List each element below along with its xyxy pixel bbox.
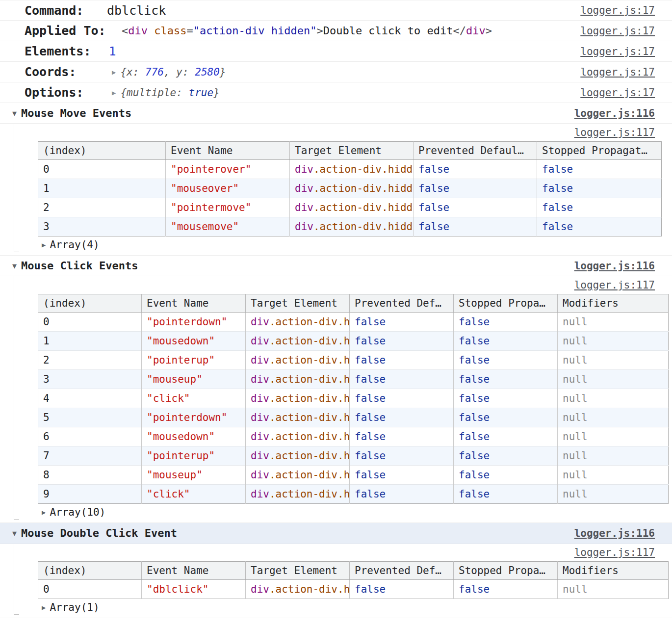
syntax-token-prop: { xyxy=(120,87,127,99)
collapse-triangle-icon[interactable]: ▼ xyxy=(12,529,17,538)
source-link[interactable]: logger.js:17 xyxy=(580,4,655,16)
syntax-token-num: 776 xyxy=(145,66,164,78)
table-row: 2"pointermove"div.action-div.hiddenfalse… xyxy=(38,198,662,217)
column-header-index[interactable]: (index) xyxy=(38,294,142,313)
log-row-coords: Coords: ▶ {x: 776, y: 2580} logger.js:17 xyxy=(0,62,672,82)
cell-stopped: false xyxy=(537,217,662,236)
syntax-token: null xyxy=(563,583,588,595)
source-link[interactable]: logger.js:117 xyxy=(574,279,655,291)
cell-prevented: false xyxy=(350,466,454,485)
expand-triangle-icon[interactable]: ▶ xyxy=(42,508,46,516)
cell-target: div.action-div.hidden xyxy=(290,179,414,198)
syntax-token: false xyxy=(542,183,573,194)
syntax-token: null xyxy=(563,488,588,500)
column-header-prevented[interactable]: Prevented Def… xyxy=(350,562,454,580)
cell-target: div.action-div.hidden xyxy=(246,408,350,427)
column-header-stopped[interactable]: Stopped Propa… xyxy=(454,562,558,580)
cell-target: div.action-div.hidden xyxy=(246,351,350,370)
source-link[interactable]: logger.js:17 xyxy=(580,66,655,78)
cell-index: 3 xyxy=(38,370,142,389)
source-link[interactable]: logger.js:116 xyxy=(574,107,655,119)
expand-triangle-icon[interactable]: ▶ xyxy=(42,241,46,249)
cell-index: 9 xyxy=(38,485,142,504)
column-header-prevented[interactable]: Prevented Defaul… xyxy=(414,142,537,160)
expand-triangle-icon[interactable]: ▶ xyxy=(112,89,116,97)
source-link[interactable]: logger.js:17 xyxy=(580,46,655,57)
group-header[interactable]: ▼ Mouse Click Events logger.js:116 xyxy=(0,256,672,276)
column-header-event[interactable]: Event Name xyxy=(166,142,290,160)
column-header-event[interactable]: Event Name xyxy=(142,562,246,580)
column-header-prevented[interactable]: Prevented Def… xyxy=(350,294,454,313)
array-preview[interactable]: ▶ Array(10) xyxy=(42,504,672,521)
source-link[interactable]: logger.js:116 xyxy=(574,260,655,272)
column-header-modifiers[interactable]: Modifiers xyxy=(558,562,669,580)
cell-index: 2 xyxy=(38,351,142,370)
cell-target: div.action-div.hidden xyxy=(246,427,350,446)
syntax-token: 2 xyxy=(43,202,50,213)
source-link[interactable]: logger.js:17 xyxy=(580,25,655,37)
group-header[interactable]: ▼ Mouse Double Click Event logger.js:116 xyxy=(0,523,672,544)
cell-index: 8 xyxy=(38,466,142,485)
syntax-token: div xyxy=(295,163,313,175)
syntax-token: false xyxy=(355,354,386,366)
syntax-token: 1 xyxy=(43,335,50,347)
column-header-stopped[interactable]: Stopped Propa… xyxy=(454,294,558,313)
column-header-target[interactable]: Target Element xyxy=(246,562,350,580)
column-header-event[interactable]: Event Name xyxy=(142,294,246,313)
syntax-token: .action-div.hidden xyxy=(269,488,350,500)
syntax-token: false xyxy=(459,373,490,385)
expand-triangle-icon[interactable]: ▶ xyxy=(112,68,116,76)
syntax-token: "mousedown" xyxy=(147,335,215,347)
group-title: Mouse Click Events xyxy=(21,260,138,272)
object-preview[interactable]: {x: 776, y: 2580} xyxy=(120,66,226,78)
column-header-target[interactable]: Target Element xyxy=(290,142,414,160)
cell-modifiers: null xyxy=(558,370,669,389)
group-body: logger.js:117 (index)Event NameTarget El… xyxy=(0,544,672,618)
column-header-index[interactable]: (index) xyxy=(38,562,142,580)
expand-triangle-icon[interactable]: ▶ xyxy=(42,603,46,611)
syntax-token: div xyxy=(251,469,269,481)
console-table: (index)Event NameTarget ElementPrevented… xyxy=(38,141,662,236)
array-preview-label: Array(10) xyxy=(50,506,105,518)
collapse-triangle-icon[interactable]: ▼ xyxy=(12,109,17,118)
cell-stopped: false xyxy=(537,198,662,217)
object-preview[interactable]: {multiple: true} xyxy=(120,87,219,99)
table-log-row: logger.js:117 xyxy=(38,124,672,141)
cell-prevented: false xyxy=(414,198,537,217)
log-label: Elements: xyxy=(25,44,107,58)
cell-stopped: false xyxy=(454,389,558,408)
source-link[interactable]: logger.js:117 xyxy=(574,547,655,558)
column-header-stopped[interactable]: Stopped Propagat… xyxy=(537,142,662,160)
source-link[interactable]: logger.js:17 xyxy=(580,87,655,99)
syntax-token-punct: = xyxy=(186,25,193,37)
syntax-token: "pointerdown" xyxy=(147,316,227,328)
source-link[interactable]: logger.js:117 xyxy=(574,127,655,138)
syntax-token: .action-div.hidden xyxy=(269,392,350,404)
group-header[interactable]: ▼ Mouse Move Events logger.js:116 xyxy=(0,103,672,124)
column-header-target[interactable]: Target Element xyxy=(246,294,350,313)
source-link[interactable]: logger.js:116 xyxy=(574,527,655,539)
array-preview[interactable]: ▶ Array(1) xyxy=(42,599,672,616)
syntax-token-prop: { xyxy=(120,66,127,78)
cell-event: "mousedown" xyxy=(142,427,246,446)
cell-target: div.action-div.hidden xyxy=(290,198,414,217)
log-label: Options: xyxy=(25,85,107,100)
syntax-token: div xyxy=(251,412,269,423)
cell-prevented: false xyxy=(350,580,454,599)
cell-event: "pointerdown" xyxy=(142,408,246,427)
column-header-modifiers[interactable]: Modifiers xyxy=(558,294,669,313)
array-preview[interactable]: ▶ Array(4) xyxy=(42,236,672,253)
collapse-triangle-icon[interactable]: ▼ xyxy=(12,262,17,270)
column-header-index[interactable]: (index) xyxy=(38,142,166,160)
syntax-token-prop: : xyxy=(182,66,195,78)
syntax-token: .action-div.hidden xyxy=(313,221,414,233)
syntax-token-punct: > xyxy=(316,25,323,37)
element-preview[interactable]: <div class="action-div hidden">Double cl… xyxy=(122,25,492,37)
cell-target: div.action-div.hidden xyxy=(246,446,350,466)
console-group-mouse-move: ▼ Mouse Move Events logger.js:116 logger… xyxy=(0,103,672,256)
syntax-token: 3 xyxy=(43,373,50,385)
syntax-token-punct: > xyxy=(486,25,492,37)
cell-stopped: false xyxy=(454,446,558,466)
table-log-row: logger.js:117 xyxy=(38,544,672,561)
syntax-token: null xyxy=(563,316,588,328)
